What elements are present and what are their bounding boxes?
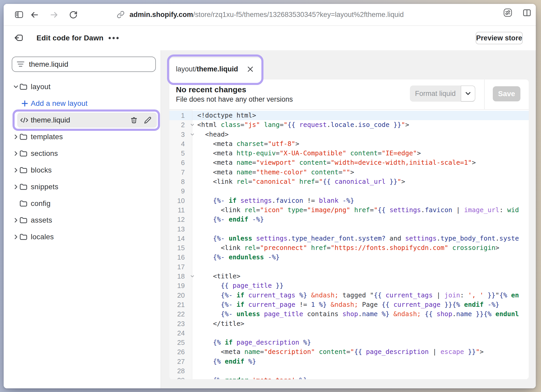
- code-token: }}: [390, 178, 397, 185]
- tab-layout-theme-liquid[interactable]: layout/theme.liquid: [170, 58, 261, 80]
- code-token: name: [237, 159, 252, 166]
- fold-chevron-icon[interactable]: [190, 132, 195, 137]
- url-bar[interactable]: admin.shopify.com/store/rzq1xu-f5/themes…: [117, 4, 404, 25]
- tree-item-label: layout: [31, 78, 51, 95]
- code-token: .: [354, 235, 358, 242]
- code-token: <meta: [197, 348, 244, 356]
- code-token: [197, 197, 213, 204]
- search-value: theme.liquid: [29, 57, 68, 71]
- editor-card: No recent changes File does not have any…: [169, 79, 529, 379]
- code-token: ": [374, 206, 378, 214]
- extensions-icon[interactable]: [503, 8, 512, 17]
- code-token: join: [444, 291, 460, 299]
- code-token: <html: [197, 121, 221, 128]
- fold-chevron-icon[interactable]: [190, 122, 195, 127]
- code-token: page_description: [237, 339, 299, 346]
- sidebar-item-assets[interactable]: assets: [4, 212, 161, 229]
- code-token: [346, 149, 350, 157]
- reload-icon[interactable]: [69, 10, 77, 19]
- code-token: "description": [264, 348, 315, 356]
- code-token: [221, 376, 225, 379]
- fold-chevron-icon[interactable]: [190, 274, 195, 279]
- code-token: {{: [382, 301, 390, 308]
- url-host: admin.shopify.com: [130, 11, 193, 19]
- preview-store-button[interactable]: Preview store: [476, 32, 523, 44]
- code-token: endif: [511, 291, 519, 299]
- code-line: <title>: [197, 272, 519, 281]
- code-token: "icon": [260, 206, 284, 214]
- code-token: [232, 310, 236, 318]
- code-token: width: [507, 206, 519, 214]
- code-token: !=: [295, 301, 311, 308]
- code-token: {%: [484, 310, 491, 318]
- code-token: |: [433, 291, 444, 299]
- code-token: locale: [331, 121, 354, 128]
- code-token: >: [495, 244, 499, 252]
- code-token: system?: [358, 235, 385, 242]
- sidebar-item-blocks[interactable]: blocks: [4, 162, 161, 179]
- line-number: 25: [169, 338, 185, 347]
- sidebar-item-snippets[interactable]: snippets: [4, 179, 161, 195]
- forward-icon[interactable]: [50, 10, 59, 19]
- code-token: [390, 301, 394, 308]
- more-menu-icon[interactable]: [108, 36, 119, 41]
- sidebar-item-templates[interactable]: templates: [4, 128, 161, 145]
- code-token: -%}: [488, 301, 499, 308]
- line-numbers: 1234567891011121314151617181920212223242…: [169, 111, 185, 379]
- code-token: [295, 178, 299, 185]
- code-token: rel: [244, 206, 256, 214]
- code-token: .: [437, 235, 440, 242]
- rename-file-icon[interactable]: [144, 117, 151, 124]
- code-token: settings: [390, 206, 421, 214]
- page-title: Edit code for Dawn: [36, 26, 103, 50]
- exit-icon[interactable]: [14, 33, 24, 44]
- code-token: .: [452, 310, 456, 318]
- line-number: 17: [169, 262, 185, 272]
- code-token: current_page: [248, 301, 296, 308]
- back-icon[interactable]: [30, 10, 39, 19]
- split-view-icon[interactable]: [523, 9, 532, 17]
- tab-close-icon[interactable]: [247, 66, 254, 73]
- line-number: 3: [169, 130, 185, 139]
- line-number: 24: [169, 328, 185, 338]
- sidebar-item-locales[interactable]: locales: [4, 229, 161, 245]
- code-token: >: [417, 149, 421, 157]
- line-number: 11: [169, 205, 185, 215]
- sidebar-item-theme-liquid[interactable]: theme.liquid: [4, 112, 161, 128]
- sidebar-item-config[interactable]: config: [4, 195, 161, 212]
- code-token: current_page: [394, 301, 441, 308]
- code-token: [197, 301, 221, 308]
- line-number: 14: [169, 234, 185, 243]
- file-search-input[interactable]: theme.liquid: [12, 57, 156, 72]
- code-token: =: [327, 159, 331, 166]
- tree-item-label: snippets: [31, 179, 58, 195]
- code-token: -%}: [252, 216, 264, 223]
- save-button[interactable]: Save: [493, 86, 520, 101]
- sidebar-item-sections[interactable]: sections: [4, 145, 161, 162]
- sidebar-item-add-a-new-layout[interactable]: Add a new layout: [4, 95, 161, 112]
- code-editor[interactable]: 1234567891011121314151617181920212223242…: [169, 110, 529, 379]
- folder-icon: [19, 132, 28, 141]
- sidebar-toggle-icon[interactable]: [15, 10, 23, 19]
- code-token: [225, 253, 229, 261]
- plus-icon: [20, 99, 29, 108]
- selected-file-item[interactable]: theme.liquid: [17, 113, 157, 128]
- code-token: content: [319, 348, 346, 356]
- revision-status-subtitle: File does not have any other versions: [176, 95, 293, 103]
- code-token: =: [252, 168, 256, 176]
- code-token: %}: [299, 376, 307, 379]
- code-token: <link: [197, 178, 237, 185]
- code-token: favicon: [276, 197, 303, 204]
- format-liquid-dropdown[interactable]: [461, 85, 475, 102]
- folder-icon: [19, 199, 28, 208]
- code-token: {{: [287, 121, 295, 128]
- code-token: }}: [468, 348, 476, 356]
- code-token: {{: [378, 206, 385, 214]
- tree-item-label: assets: [31, 212, 52, 229]
- format-liquid-button[interactable]: Format liquid: [410, 85, 461, 102]
- code-token: type_body_font: [440, 235, 495, 242]
- code-token: {{: [354, 348, 362, 356]
- line-number: 28: [169, 366, 185, 376]
- delete-file-icon[interactable]: [130, 117, 138, 124]
- sidebar-item-layout[interactable]: layout: [4, 78, 161, 95]
